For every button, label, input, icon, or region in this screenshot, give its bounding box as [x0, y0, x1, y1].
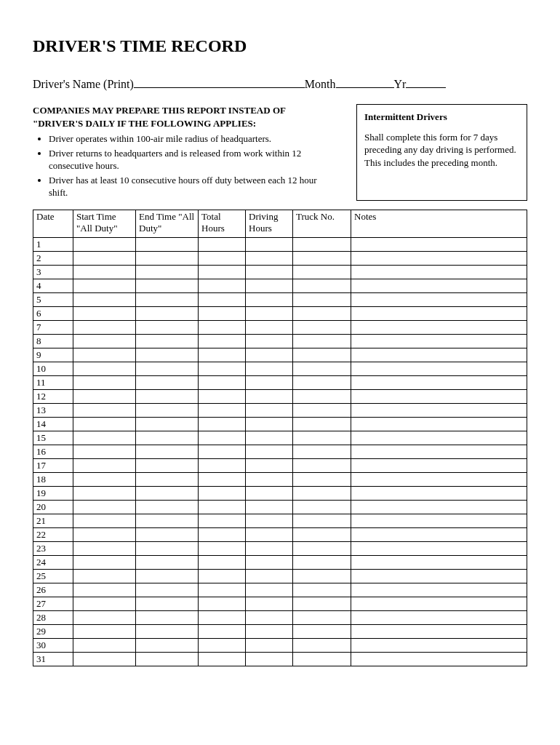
data-cell[interactable]: [351, 279, 527, 292]
date-cell[interactable]: 5: [33, 292, 73, 306]
date-cell[interactable]: 15: [33, 431, 73, 445]
data-cell[interactable]: [246, 375, 293, 389]
data-cell[interactable]: [73, 486, 136, 500]
data-cell[interactable]: [293, 486, 351, 500]
data-cell[interactable]: [136, 431, 199, 445]
data-cell[interactable]: [136, 569, 199, 583]
data-cell[interactable]: [199, 638, 246, 652]
data-cell[interactable]: [246, 638, 293, 652]
data-cell[interactable]: [73, 541, 136, 555]
data-cell[interactable]: [73, 334, 136, 348]
data-cell[interactable]: [293, 610, 351, 624]
data-cell[interactable]: [246, 334, 293, 348]
data-cell[interactable]: [246, 320, 293, 334]
data-cell[interactable]: [136, 348, 199, 362]
date-cell[interactable]: 9: [33, 348, 73, 362]
data-cell[interactable]: [351, 472, 527, 486]
data-cell[interactable]: [136, 610, 199, 624]
data-cell[interactable]: [199, 334, 246, 348]
data-cell[interactable]: [293, 555, 351, 569]
data-cell[interactable]: [293, 569, 351, 583]
date-cell[interactable]: 12: [33, 389, 73, 403]
data-cell[interactable]: [293, 541, 351, 555]
data-cell[interactable]: [293, 597, 351, 610]
data-cell[interactable]: [136, 279, 199, 292]
data-cell[interactable]: [351, 403, 527, 417]
data-cell[interactable]: [73, 638, 136, 652]
data-cell[interactable]: [246, 306, 293, 320]
data-cell[interactable]: [199, 251, 246, 265]
date-cell[interactable]: 11: [33, 375, 73, 389]
name-input[interactable]: [134, 76, 305, 88]
data-cell[interactable]: [293, 334, 351, 348]
data-cell[interactable]: [293, 583, 351, 597]
data-cell[interactable]: [73, 583, 136, 597]
data-cell[interactable]: [136, 292, 199, 306]
data-cell[interactable]: [199, 583, 246, 597]
data-cell[interactable]: [136, 555, 199, 569]
data-cell[interactable]: [351, 251, 527, 265]
data-cell[interactable]: [293, 306, 351, 320]
date-cell[interactable]: 6: [33, 306, 73, 320]
data-cell[interactable]: [246, 389, 293, 403]
date-cell[interactable]: 20: [33, 500, 73, 514]
data-cell[interactable]: [73, 652, 136, 666]
data-cell[interactable]: [136, 541, 199, 555]
data-cell[interactable]: [136, 334, 199, 348]
data-cell[interactable]: [199, 514, 246, 527]
data-cell[interactable]: [246, 610, 293, 624]
data-cell[interactable]: [199, 500, 246, 514]
data-cell[interactable]: [246, 265, 293, 279]
date-cell[interactable]: 29: [33, 624, 73, 638]
data-cell[interactable]: [246, 500, 293, 514]
data-cell[interactable]: [293, 292, 351, 306]
data-cell[interactable]: [293, 445, 351, 458]
data-cell[interactable]: [199, 569, 246, 583]
data-cell[interactable]: [199, 237, 246, 251]
date-cell[interactable]: 10: [33, 362, 73, 375]
data-cell[interactable]: [293, 652, 351, 666]
data-cell[interactable]: [293, 417, 351, 431]
data-cell[interactable]: [199, 486, 246, 500]
data-cell[interactable]: [73, 292, 136, 306]
data-cell[interactable]: [73, 555, 136, 569]
data-cell[interactable]: [246, 279, 293, 292]
data-cell[interactable]: [199, 597, 246, 610]
date-cell[interactable]: 31: [33, 652, 73, 666]
data-cell[interactable]: [136, 251, 199, 265]
data-cell[interactable]: [351, 486, 527, 500]
data-cell[interactable]: [73, 403, 136, 417]
data-cell[interactable]: [246, 445, 293, 458]
data-cell[interactable]: [246, 458, 293, 472]
data-cell[interactable]: [351, 306, 527, 320]
data-cell[interactable]: [73, 417, 136, 431]
data-cell[interactable]: [73, 431, 136, 445]
data-cell[interactable]: [246, 431, 293, 445]
data-cell[interactable]: [351, 583, 527, 597]
data-cell[interactable]: [136, 320, 199, 334]
data-cell[interactable]: [351, 500, 527, 514]
data-cell[interactable]: [73, 279, 136, 292]
data-cell[interactable]: [199, 624, 246, 638]
data-cell[interactable]: [73, 624, 136, 638]
data-cell[interactable]: [351, 527, 527, 541]
data-cell[interactable]: [246, 237, 293, 251]
data-cell[interactable]: [199, 445, 246, 458]
data-cell[interactable]: [351, 265, 527, 279]
data-cell[interactable]: [246, 527, 293, 541]
data-cell[interactable]: [293, 514, 351, 527]
data-cell[interactable]: [136, 486, 199, 500]
data-cell[interactable]: [351, 610, 527, 624]
data-cell[interactable]: [136, 265, 199, 279]
date-cell[interactable]: 18: [33, 472, 73, 486]
data-cell[interactable]: [136, 472, 199, 486]
data-cell[interactable]: [351, 458, 527, 472]
date-cell[interactable]: 3: [33, 265, 73, 279]
date-cell[interactable]: 26: [33, 583, 73, 597]
data-cell[interactable]: [73, 237, 136, 251]
data-cell[interactable]: [293, 458, 351, 472]
data-cell[interactable]: [136, 445, 199, 458]
data-cell[interactable]: [136, 362, 199, 375]
data-cell[interactable]: [73, 569, 136, 583]
date-cell[interactable]: 1: [33, 237, 73, 251]
